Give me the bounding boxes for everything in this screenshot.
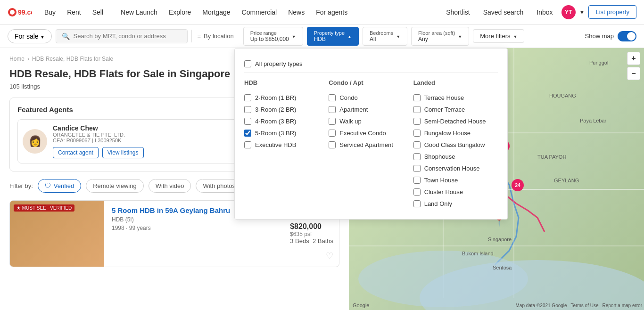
conservation-label[interactable]: Conservation House	[424, 165, 480, 172]
view-listings-button[interactable]: View listings	[102, 147, 144, 158]
show-map-label: Show map	[585, 33, 614, 40]
shophouse-checkbox[interactable]	[413, 153, 421, 160]
hdb-4room-label[interactable]: 4-Room (3 BR)	[255, 118, 296, 125]
terms-of-use-link[interactable]: Terms of Use	[571, 303, 599, 308]
sale-type-button[interactable]: For sale	[8, 29, 52, 43]
price-range-title: Price range	[250, 30, 289, 36]
search-box: 🔍	[56, 29, 188, 43]
hdb-5room-label[interactable]: 5-Room (3 BR)	[255, 130, 296, 137]
semi-detached-label[interactable]: Semi-Detached House	[424, 118, 486, 125]
walkup-label[interactable]: Walk up	[339, 118, 361, 125]
cluster-label[interactable]: Cluster House	[424, 188, 463, 196]
avatar-chevron[interactable]: ▼	[579, 9, 585, 16]
townhouse-checkbox[interactable]	[413, 177, 421, 184]
zoom-out-button[interactable]: −	[627, 67, 640, 80]
property-type-button[interactable]: Property type HDB	[307, 27, 359, 46]
hdb-3room-checkbox[interactable]	[244, 106, 251, 113]
favorite-button[interactable]: ♡	[326, 251, 333, 261]
all-types-label[interactable]: All property types	[255, 60, 302, 67]
hdb-5room-checkbox[interactable]	[244, 130, 251, 137]
filter-tag-video[interactable]: With video	[149, 179, 191, 193]
condo-label[interactable]: Condo	[339, 94, 357, 101]
navbar: 99.co Buy Rent Sell New Launch Explore M…	[0, 0, 644, 24]
gcb-checkbox[interactable]	[413, 141, 421, 148]
breadcrumb-home[interactable]: Home	[9, 56, 25, 62]
nav-saved-search[interactable]: Saved search	[479, 6, 528, 19]
land-only-checkbox[interactable]	[413, 200, 421, 207]
condo-condo: Condo	[329, 92, 413, 104]
nav-buy[interactable]: Buy	[40, 6, 60, 19]
verified-label: Verified	[54, 182, 74, 189]
listing-year-tenure: 1998 · 99 years	[112, 225, 277, 231]
google-watermark: Google	[353, 302, 369, 308]
bedrooms-title: Bedrooms	[370, 30, 393, 36]
apartment-label[interactable]: Apartment	[339, 106, 368, 113]
location-button[interactable]: ≡ By location	[191, 30, 239, 42]
nav-explore[interactable]: Explore	[164, 6, 196, 19]
nav-sell[interactable]: Sell	[88, 6, 108, 19]
more-filters-button[interactable]: More filters	[473, 29, 524, 43]
filter-tag-remote[interactable]: Remote viewing	[86, 179, 144, 193]
hdb-executive-label[interactable]: Executive HDB	[255, 141, 296, 148]
corner-label[interactable]: Corner Terrace	[424, 106, 465, 113]
bedrooms-value: All	[370, 36, 393, 42]
zoom-in-button[interactable]: +	[627, 52, 640, 65]
apartment-checkbox[interactable]	[329, 106, 336, 113]
nav-news[interactable]: News	[283, 6, 309, 19]
ec-checkbox[interactable]	[329, 130, 336, 137]
price-range-chevron	[292, 33, 296, 40]
condo-walkup: Walk up	[329, 115, 413, 127]
corner-checkbox[interactable]	[413, 106, 421, 113]
hdb-4room-checkbox[interactable]	[244, 118, 251, 125]
landed-corner: Corner Terrace	[413, 104, 498, 115]
gcb-label[interactable]: Good Class Bungalow	[424, 141, 485, 148]
ec-label[interactable]: Executive Condo	[339, 130, 386, 137]
nav-rent[interactable]: Rent	[62, 6, 86, 19]
filter-bar: For sale 🔍 ≡ By location Price range Up …	[0, 24, 644, 48]
filter-tag-verified[interactable]: 🛡 Verified	[38, 179, 81, 193]
bungalow-label[interactable]: Bungalow House	[424, 130, 471, 137]
bungalow-checkbox[interactable]	[413, 130, 421, 137]
floor-area-button[interactable]: Floor area (sqft) Any	[411, 27, 469, 46]
shophouse-label[interactable]: Shophouse	[424, 153, 455, 160]
show-map-toggle[interactable]	[618, 31, 636, 41]
all-types-checkbox[interactable]	[244, 60, 251, 67]
townhouse-label[interactable]: Town House	[424, 177, 458, 184]
contact-agent-button[interactable]: Contact agent	[53, 147, 99, 158]
conservation-checkbox[interactable]	[413, 165, 421, 172]
logo[interactable]: 99.co	[8, 5, 32, 20]
nav-commercial[interactable]: Commercial	[237, 6, 282, 19]
serviced-label[interactable]: Serviced Apartment	[339, 141, 393, 148]
hdb-executive: Executive HDB	[244, 139, 329, 151]
walkup-checkbox[interactable]	[329, 118, 336, 125]
landed-gcb: Good Class Bungalow	[413, 139, 498, 151]
nav-for-agents[interactable]: For agents	[311, 6, 352, 19]
list-property-button[interactable]: List property	[588, 5, 636, 19]
map-marker-24[interactable]: 24	[512, 179, 524, 191]
terrace-checkbox[interactable]	[413, 94, 421, 101]
condo-checkbox[interactable]	[329, 94, 336, 101]
hdb-2room-checkbox[interactable]	[244, 94, 251, 101]
serviced-checkbox[interactable]	[329, 141, 336, 148]
bedrooms-button[interactable]: Bedrooms All	[363, 27, 407, 46]
report-map-error-link[interactable]: Report a map error	[603, 303, 642, 308]
sale-type-chevron	[41, 33, 45, 40]
terrace-label[interactable]: Terrace House	[424, 94, 464, 101]
nav-mortgage[interactable]: Mortgage	[198, 6, 235, 19]
nav-shortlist[interactable]: Shortlist	[441, 6, 475, 19]
nav-new-launch[interactable]: New Launch	[116, 6, 162, 19]
remote-viewing-label: Remote viewing	[93, 182, 137, 189]
land-only-label[interactable]: Land Only	[424, 200, 452, 207]
avatar[interactable]: YT	[561, 5, 576, 19]
landed-shophouse: Shophouse	[413, 151, 498, 163]
hdb-executive-checkbox[interactable]	[244, 141, 251, 148]
search-input[interactable]	[74, 33, 177, 40]
nav-divider-1	[112, 8, 112, 17]
price-range-button[interactable]: Price range Up to $850,000	[243, 27, 303, 46]
nav-inbox[interactable]: Inbox	[532, 6, 557, 19]
with-photos-label: With photos	[203, 182, 235, 189]
semi-detached-checkbox[interactable]	[413, 118, 421, 125]
cluster-checkbox[interactable]	[413, 188, 421, 196]
hdb-2room-label[interactable]: 2-Room (1 BR)	[255, 94, 296, 101]
hdb-3room-label[interactable]: 3-Room (2 BR)	[255, 106, 296, 113]
